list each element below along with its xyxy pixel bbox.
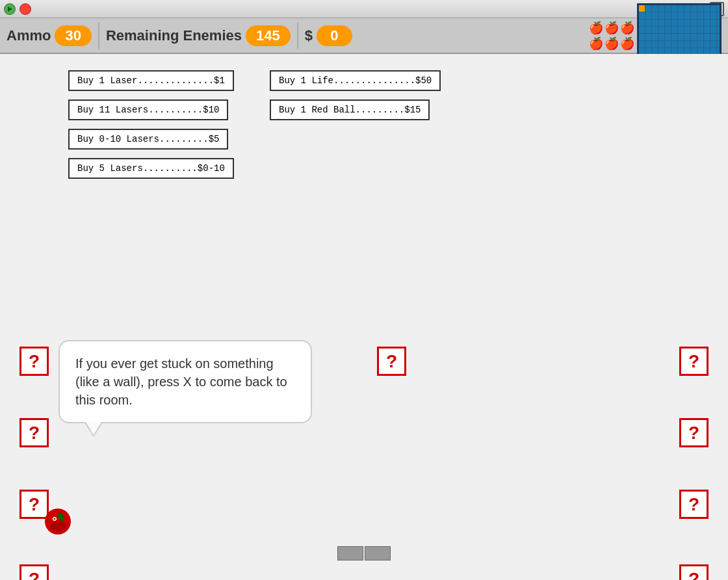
shop-btn-buy-5-lasers[interactable]: Buy 5 Lasers..........$0-10 bbox=[68, 158, 234, 179]
life-icon: 🍎 bbox=[620, 36, 634, 51]
red-button[interactable] bbox=[20, 3, 31, 15]
enemies-group: Remaining Enemies 145 bbox=[106, 25, 291, 46]
life-icon: 🍎 bbox=[589, 36, 603, 51]
hud-separator-2 bbox=[297, 23, 298, 49]
shop-btn-buy-1-red-ball[interactable]: Buy 1 Red Ball.........$15 bbox=[270, 99, 430, 120]
shop-btn-buy-1-life[interactable]: Buy 1 Life...............$50 bbox=[270, 70, 441, 91]
question-mark-box-qm8[interactable]: ? bbox=[679, 418, 708, 447]
lives-icons: 🍎 🍎 🍎 🍎 🍎 🍎 bbox=[589, 21, 634, 51]
ammo-group: Ammo 30 bbox=[6, 25, 92, 46]
scrollbar[interactable] bbox=[337, 546, 391, 560]
scroll-right-btn[interactable] bbox=[365, 546, 391, 560]
question-mark-box-qm1[interactable]: ? bbox=[20, 347, 49, 376]
svg-point-2 bbox=[50, 521, 66, 531]
life-icon: 🍎 bbox=[589, 21, 603, 35]
life-icon: 🍎 bbox=[604, 21, 619, 35]
enemies-value: 145 bbox=[246, 25, 291, 46]
dollar-label: $ bbox=[305, 27, 313, 44]
svg-point-5 bbox=[54, 518, 56, 520]
scroll-left-btn[interactable] bbox=[337, 546, 363, 560]
green-button[interactable] bbox=[4, 3, 16, 15]
life-icon: 🍎 bbox=[620, 21, 634, 35]
question-mark-box-qm7[interactable]: ? bbox=[679, 347, 708, 376]
question-mark-box-qm4[interactable]: ? bbox=[20, 564, 49, 580]
lives-row-2: 🍎 🍎 🍎 bbox=[589, 36, 634, 51]
tooltip-bubble: If you ever get stuck on something (like… bbox=[58, 340, 312, 423]
hud-separator-1 bbox=[98, 23, 99, 49]
question-mark-box-qm10[interactable]: ? bbox=[679, 564, 708, 580]
ammo-value: 30 bbox=[55, 25, 91, 46]
shop-btn-buy-11-lasers[interactable]: Buy 11 Lasers..........$10 bbox=[68, 99, 228, 120]
question-mark-box-qm9[interactable]: ? bbox=[679, 490, 708, 519]
tooltip-text: If you ever get stuck on something (like… bbox=[75, 356, 287, 407]
dollar-value: 0 bbox=[317, 25, 352, 46]
svg-marker-0 bbox=[8, 7, 12, 12]
question-mark-box-qm2[interactable]: ? bbox=[20, 418, 49, 447]
red-ball-creature bbox=[44, 508, 72, 535]
lives-row-1: 🍎 🍎 🍎 bbox=[589, 21, 634, 35]
dollar-group: $ 0 bbox=[305, 25, 352, 46]
question-mark-box-qm5[interactable]: ? bbox=[377, 347, 406, 376]
enemies-label: Remaining Enemies bbox=[106, 27, 242, 44]
life-icon: 🍎 bbox=[604, 36, 619, 51]
hud-bar: Ammo 30 Remaining Enemies 145 $ 0 🍎 🍎 🍎 … bbox=[0, 18, 728, 54]
game-area: Buy 1 Laser..............$1Buy 11 Lasers… bbox=[0, 54, 728, 580]
ammo-label: Ammo bbox=[6, 27, 51, 44]
shop-btn-buy-1-laser[interactable]: Buy 1 Laser..............$1 bbox=[68, 70, 234, 91]
shop-btn-buy-0-10-lasers[interactable]: Buy 0-10 Lasers.........$5 bbox=[68, 129, 228, 150]
